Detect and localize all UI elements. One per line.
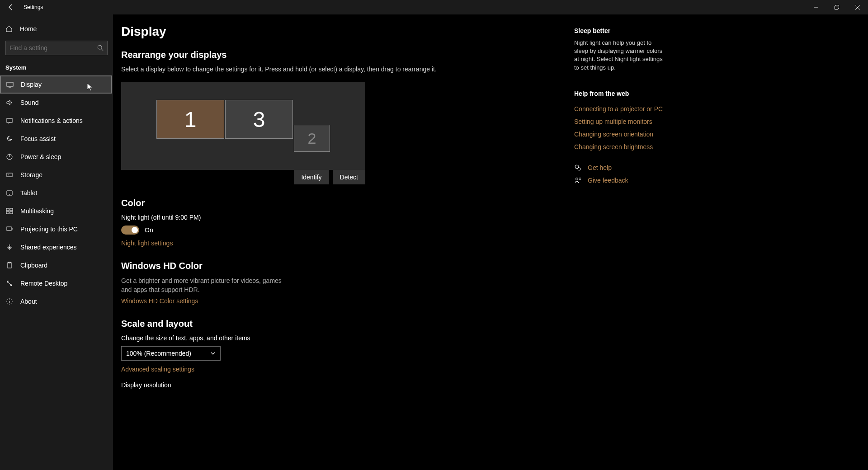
svg-point-12 bbox=[8, 175, 9, 175]
svg-point-4 bbox=[98, 45, 102, 49]
nav-label: Tablet bbox=[20, 189, 37, 197]
nav-remote-desktop[interactable]: Remote Desktop bbox=[0, 274, 113, 292]
nav-label: Clipboard bbox=[20, 262, 47, 269]
sound-icon bbox=[6, 99, 13, 106]
nav-label: Shared experiences bbox=[20, 244, 77, 251]
nav-label: Power & sleep bbox=[20, 153, 61, 160]
monitor-3[interactable]: 3 bbox=[225, 100, 293, 139]
svg-point-26 bbox=[578, 168, 580, 170]
svg-rect-20 bbox=[8, 263, 11, 268]
toggle-state: On bbox=[145, 226, 153, 234]
sidebar: Home System Display Sound Notifications … bbox=[0, 14, 113, 470]
nav-label: Notifications & actions bbox=[20, 117, 83, 124]
scale-heading: Scale and layout bbox=[121, 319, 563, 329]
chevron-down-icon bbox=[210, 351, 216, 356]
nav-about[interactable]: About bbox=[0, 292, 113, 310]
svg-rect-6 bbox=[7, 82, 13, 86]
get-help-icon bbox=[574, 164, 581, 171]
svg-rect-16 bbox=[10, 208, 13, 211]
right-panel: Sleep better Night light can help you ge… bbox=[574, 14, 674, 470]
content: Display Rearrange your displays Select a… bbox=[113, 14, 868, 470]
help-link-projector[interactable]: Connecting to a projector or PC bbox=[574, 105, 665, 113]
minimize-button[interactable] bbox=[806, 0, 826, 14]
nav-label: Multitasking bbox=[20, 207, 54, 215]
nav-shared-experiences[interactable]: Shared experiences bbox=[0, 238, 113, 256]
display-icon bbox=[6, 81, 14, 88]
nav-label: Projecting to this PC bbox=[20, 226, 78, 233]
close-icon bbox=[855, 5, 860, 9]
shared-icon bbox=[6, 244, 13, 251]
nav-storage[interactable]: Storage bbox=[0, 166, 113, 184]
svg-rect-17 bbox=[6, 212, 9, 214]
remote-desktop-icon bbox=[6, 280, 13, 287]
about-icon bbox=[6, 298, 13, 305]
nav-label: Display bbox=[21, 81, 42, 88]
category-header: System bbox=[0, 61, 113, 75]
help-link-orientation[interactable]: Changing screen orientation bbox=[574, 131, 665, 138]
get-help-link[interactable]: Get help bbox=[588, 164, 612, 171]
nav-focus-assist[interactable]: Focus assist bbox=[0, 130, 113, 148]
advanced-scaling-link[interactable]: Advanced scaling settings bbox=[121, 366, 194, 373]
nav-sound[interactable]: Sound bbox=[0, 94, 113, 112]
nav-multitasking[interactable]: Multitasking bbox=[0, 202, 113, 220]
nav-label: Focus assist bbox=[20, 135, 56, 142]
detect-button[interactable]: Detect bbox=[333, 170, 365, 184]
help-from-web-title: Help from the web bbox=[574, 90, 665, 97]
maximize-icon bbox=[835, 5, 839, 9]
help-link-monitors[interactable]: Setting up multiple monitors bbox=[574, 118, 665, 125]
feedback-row[interactable]: Give feedback bbox=[574, 177, 665, 184]
back-button[interactable] bbox=[0, 0, 22, 14]
nav-label: Remote Desktop bbox=[20, 280, 67, 287]
home-label: Home bbox=[20, 25, 37, 33]
svg-rect-19 bbox=[7, 227, 11, 230]
resolution-label: Display resolution bbox=[121, 381, 563, 389]
nav-label: Storage bbox=[20, 171, 42, 179]
feedback-icon bbox=[574, 177, 581, 184]
svg-point-27 bbox=[576, 178, 578, 180]
page-title: Display bbox=[121, 24, 563, 39]
focus-assist-icon bbox=[6, 135, 13, 142]
search-input[interactable] bbox=[9, 44, 97, 52]
monitor-1[interactable]: 1 bbox=[156, 100, 224, 139]
nav-projecting[interactable]: Projecting to this PC bbox=[0, 220, 113, 238]
minimize-icon bbox=[814, 5, 818, 9]
nav-label: Sound bbox=[20, 99, 38, 106]
svg-rect-18 bbox=[10, 212, 13, 214]
svg-line-5 bbox=[101, 49, 103, 51]
night-light-settings-link[interactable]: Night light settings bbox=[121, 240, 173, 247]
display-arrangement-area[interactable]: 1 3 2 bbox=[121, 82, 365, 170]
hdr-settings-link[interactable]: Windows HD Color settings bbox=[121, 297, 198, 305]
home-icon bbox=[5, 25, 13, 33]
identify-button[interactable]: Identify bbox=[294, 170, 329, 184]
feedback-link[interactable]: Give feedback bbox=[588, 177, 628, 184]
nav-notifications[interactable]: Notifications & actions bbox=[0, 112, 113, 130]
get-help-row[interactable]: Get help bbox=[574, 164, 665, 171]
title-bar: Settings bbox=[0, 0, 868, 14]
nav-power-sleep[interactable]: Power & sleep bbox=[0, 148, 113, 166]
clipboard-icon bbox=[6, 262, 13, 269]
power-icon bbox=[6, 153, 13, 160]
scale-size-label: Change the size of text, apps, and other… bbox=[121, 334, 563, 342]
close-button[interactable] bbox=[847, 0, 868, 14]
maximize-button[interactable] bbox=[826, 0, 847, 14]
night-light-toggle[interactable] bbox=[121, 226, 139, 235]
svg-rect-15 bbox=[6, 208, 9, 211]
scale-dropdown[interactable]: 100% (Recommended) bbox=[121, 346, 221, 361]
monitor-2[interactable]: 2 bbox=[294, 125, 330, 152]
home-nav[interactable]: Home bbox=[0, 20, 113, 38]
night-light-label: Night light (off until 9:00 PM) bbox=[121, 214, 563, 221]
svg-rect-8 bbox=[7, 118, 12, 122]
nav-label: About bbox=[20, 298, 37, 305]
nav-clipboard[interactable]: Clipboard bbox=[0, 256, 113, 274]
tablet-icon bbox=[6, 189, 13, 197]
nav-tablet[interactable]: Tablet bbox=[0, 184, 113, 202]
help-link-brightness[interactable]: Changing screen brightness bbox=[574, 143, 665, 150]
hdr-heading: Windows HD Color bbox=[121, 261, 563, 271]
nav-display[interactable]: Display bbox=[0, 75, 112, 94]
multitasking-icon bbox=[6, 207, 13, 215]
search-box[interactable] bbox=[5, 41, 108, 55]
storage-icon bbox=[6, 171, 13, 179]
svg-rect-11 bbox=[7, 173, 12, 177]
arrow-left-icon bbox=[7, 4, 14, 11]
rearrange-desc: Select a display below to change the set… bbox=[121, 66, 563, 73]
